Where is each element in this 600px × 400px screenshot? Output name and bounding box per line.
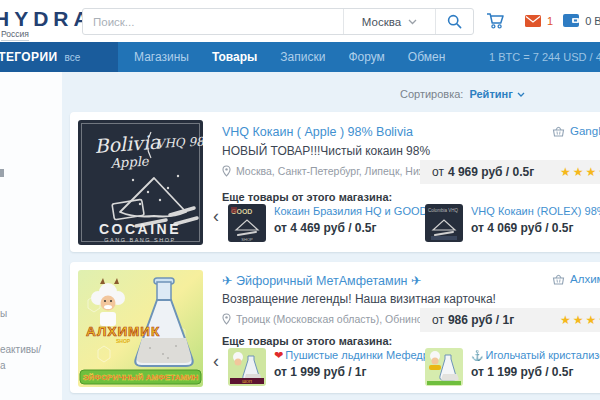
seller-name: Алхимик [570,273,600,285]
sidebar-item-fragment[interactable]: ы [0,308,7,319]
messages-icon[interactable] [525,15,541,27]
sorting-row: Сортировка: Рейтинг [400,86,600,102]
related-product-price: от 1 999 руб / 1г [274,365,367,379]
btc-rate: 1 BTC = 7 244 USD / 455 5 [489,42,600,72]
nav-item-exchange[interactable]: Обмен [408,50,446,64]
search-input[interactable] [83,9,343,34]
seller-name: GangBang [570,125,600,137]
cart-icon[interactable] [486,12,505,29]
chevron-down-icon [408,19,417,25]
product-card: Bolivia Apple VHQ 98% COCAINE GANG BANG … [70,112,600,252]
header: HYDRA Россия Москва 1 0 BTC co [0,0,600,42]
product-thumbnail[interactable]: ШОП [228,348,266,386]
sidebar-item-fragment[interactable]: а [0,360,6,371]
nav-item-notes[interactable]: Записки [280,50,325,64]
related-product-price: от 1 199 руб / 0.5г [471,365,574,379]
seller-link[interactable]: GangBang [552,125,600,137]
product-image[interactable]: Bolivia Apple VHQ 98% COCAINE GANG BANG … [78,120,203,245]
search-icon [447,14,462,29]
related-product-price: от 4 469 руб / 0.5г [274,221,377,235]
nav-item-forum[interactable]: Форум [348,50,384,64]
price-bar: от 986 руб / 1г ★★★★★ [420,308,600,332]
chevron-down-icon [517,92,525,97]
sorting-select[interactable]: Рейтинг [469,88,524,100]
product-card: АЛХИМИК SHOP ЭЙФОРИЧНЫЙ АМФЕТАМИН ✈ Эйфо… [70,262,600,393]
search-button[interactable] [435,9,473,34]
wallet-icon[interactable] [563,14,579,27]
related-product: ШОП ❤Пушистые льдинки Мефедрон V... от 1… [228,348,418,388]
sorting-value: Рейтинг [469,88,512,100]
rating-stars: ★★★★★ [560,160,600,184]
related-product: Colombia VHQ VHQ Кокаин (ROLEX) 98% Colo… [425,204,600,244]
product-locations: Троицк (Московская область), Обнинск, Мо… [222,313,420,325]
seller-shop-icon [552,274,565,285]
wallet-balance[interactable]: 0 BTC [585,15,600,27]
product-description: Возвращение легенды! Наша визитная карто… [222,292,496,306]
messages-count: 1 [547,15,553,27]
product-thumbnail[interactable]: GOODSHOP [228,204,266,242]
nav-item-shops[interactable]: Магазины [134,50,189,64]
sidebar: ы еактивы/ а ары [0,72,62,400]
product-image[interactable]: АЛХИМИК SHOP ЭЙФОРИЧНЫЙ АМФЕТАМИН [78,270,203,387]
related-product: GOODSHOP Кокаин Бразилия HQ и GOOD от 4 … [228,204,418,244]
sidebar-icon-fragment [0,169,4,177]
price-prefix: от [432,165,444,179]
logo[interactable]: HYDRA [0,7,94,31]
svg-text:ШОП: ШОП [242,379,252,384]
image-text-caption-sub: GANG BANG SHOP [104,237,175,243]
sidebar-item-fragment[interactable]: еактивы/ [0,344,41,355]
location-pin-icon [222,165,231,177]
city-select-value: Москва [362,16,401,28]
rating-stars: ★★★★★ [560,308,600,332]
seller-link[interactable]: Алхимик [552,273,600,285]
categories-all-label: все [65,52,81,63]
price-value: 986 руб / 1г [448,313,514,327]
more-from-shop-label: Еще товары от этого магазина: [222,191,392,203]
sorting-label: Сортировка: [400,88,463,100]
related-product-price: от 4 069 руб / 0.5г [471,221,574,235]
needle-icon: ⚓ [471,350,483,361]
heart-icon: ❤ [274,349,283,361]
categories-menu[interactable]: КАТЕГОРИИ все [0,42,118,72]
related-product-title[interactable]: VHQ Кокаин (ROLEX) 98% Colombia [471,205,600,217]
product-locations-text: Москва, Санкт-Петербург, Липецк, Нижний … [236,165,420,177]
price-value: 4 969 руб / 0.5г [448,165,534,179]
image-text-shop-sub: SHOP [116,338,131,344]
nav-items: Магазины Товары Записки Форум Обмен [134,42,445,72]
price-prefix: от [432,313,444,327]
header-icons: 1 0 BTC co [486,12,600,29]
product-thumbnail[interactable]: Colombia VHQ [425,204,463,242]
logo-country[interactable]: Россия [1,29,29,41]
nav-item-goods[interactable]: Товары [212,50,257,64]
more-from-shop-label: Еще товары от этого магазина: [222,335,392,347]
product-thumbnail[interactable] [425,348,463,386]
related-product-title[interactable]: Кокаин Бразилия HQ и GOOD [274,205,427,217]
product-locations-text: Троицк (Московская область), Обнинск, Мо… [236,313,420,325]
image-text-banner: ЭЙФОРИЧНЫЙ АМФЕТАМИН [83,373,199,382]
price-bar: от 4 969 руб / 0.5г ★★★★★ [420,160,600,184]
product-locations: Москва, Санкт-Петербург, Липецк, Нижний … [222,165,420,177]
image-text-shop: АЛХИМИК [86,324,160,339]
main-nav: КАТЕГОРИИ все Магазины Товары Записки Фо… [0,42,600,72]
carousel-prev-icon[interactable]: ‹ [213,209,219,223]
city-select[interactable]: Москва [343,9,435,34]
image-text-grade: VHQ 98% [155,134,203,151]
seller-shop-icon [552,126,565,137]
related-product-title[interactable]: ⚓Игольчатый кристализованный [471,349,600,361]
thumb-text: Colombia VHQ [428,208,459,213]
related-product: ⚓Игольчатый кристализованный от 1 199 ру… [425,348,600,388]
categories-label: КАТЕГОРИИ [0,50,58,64]
product-title-link[interactable]: VHQ Кокаин ( Apple ) 98% Bolivia [222,125,413,139]
svg-text:SHOP: SHOP [241,237,253,242]
image-text-bolivia: Bolivia [94,130,162,157]
image-text-apple: Apple [109,153,150,171]
location-pin-icon [222,313,231,325]
carousel-prev-icon[interactable]: ‹ [213,354,219,368]
search-bar: Москва [82,8,474,35]
product-description: НОВЫЙ ТОВАР!!!Чистый кокаин 98% [222,144,430,158]
product-title-link[interactable]: ✈ Эйфоричный МетАмфетамин ✈ [222,273,421,288]
image-text-caption: COCAINE [99,221,181,237]
